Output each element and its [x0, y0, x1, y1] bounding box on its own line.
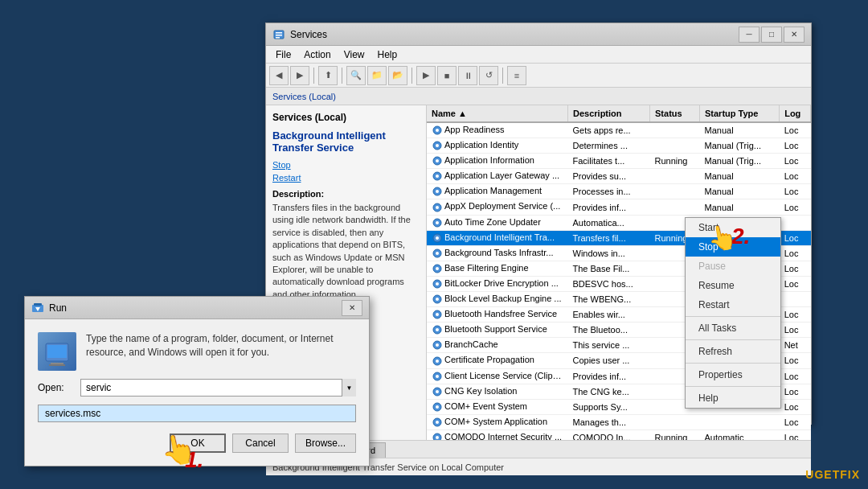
table-row[interactable]: COMODO Internet Security ...COMODO In...…: [427, 429, 811, 440]
col-startup[interactable]: Startup Type: [700, 105, 780, 122]
col-log[interactable]: Log: [780, 105, 811, 122]
table-row[interactable]: COM+ System ApplicationManages th...Loc: [427, 414, 811, 429]
service-desc-cell: Copies user ...: [568, 353, 650, 368]
table-row[interactable]: AppX Deployment Service (...Provides inf…: [427, 199, 811, 215]
svg-point-17: [436, 221, 439, 224]
service-startup-cell: Manual (Trig...: [700, 154, 780, 169]
back-button[interactable]: ◀: [269, 66, 289, 85]
service-desc-cell: Enables wir...: [568, 307, 650, 323]
close-button[interactable]: ✕: [784, 27, 805, 43]
service-desc-cell: The Base Fil...: [568, 261, 650, 276]
run-dropdown-btn[interactable]: ▼: [342, 379, 356, 397]
service-row-icon: [432, 309, 444, 318]
context-menu-item-stop[interactable]: Stop: [686, 237, 780, 257]
folder-button[interactable]: 📁: [367, 66, 387, 85]
properties-button[interactable]: ≡: [507, 66, 526, 85]
pause-service-button[interactable]: ⏸: [458, 66, 477, 85]
service-row-icon: [432, 201, 444, 211]
service-row-icon: [432, 217, 444, 227]
svg-point-9: [436, 159, 439, 162]
service-desc-cell: Supports Sy...: [568, 399, 650, 414]
context-menu-item-refresh[interactable]: Refresh: [686, 342, 780, 361]
service-startup-cell: Manual (Trig...: [700, 138, 780, 154]
stop-service-button[interactable]: ■: [437, 66, 457, 85]
context-menu-item-all-tasks[interactable]: All Tasks: [686, 318, 780, 338]
col-name[interactable]: Name ▲: [427, 105, 568, 122]
service-log-cell: Loc: [780, 184, 811, 199]
restart-service-button[interactable]: ↺: [479, 66, 498, 85]
search-button[interactable]: 🔍: [346, 66, 366, 85]
menu-file[interactable]: File: [269, 47, 297, 62]
service-log-cell: Loc: [780, 138, 811, 154]
service-row-icon: [432, 278, 444, 288]
context-menu-separator: [686, 339, 780, 340]
minimize-button[interactable]: ─: [739, 27, 760, 43]
svg-point-29: [436, 313, 439, 316]
menu-help[interactable]: Help: [371, 47, 404, 62]
service-name-cell: Client License Service (ClipS...: [427, 368, 568, 384]
menu-action[interactable]: Action: [297, 47, 337, 62]
nav-path-item-1[interactable]: Services (Local): [272, 92, 336, 101]
context-menu-item-properties[interactable]: Properties: [686, 365, 780, 384]
svg-rect-1: [276, 32, 282, 34]
svg-point-31: [436, 328, 439, 331]
run-description: Type the name of a program, folder, docu…: [86, 332, 356, 360]
context-menu-item-resume[interactable]: Resume: [686, 276, 780, 295]
service-desc-cell: Gets apps re...: [568, 122, 650, 138]
service-desc-cell: Windows in...: [568, 245, 650, 261]
start-service-button[interactable]: ▶: [416, 66, 436, 85]
svg-point-27: [436, 298, 439, 301]
description-text: Transfers files in the background using …: [272, 202, 420, 301]
context-menu-item-start[interactable]: Start: [686, 218, 780, 237]
service-name-cell: Application Layer Gateway ...: [427, 169, 568, 184]
service-log-cell: Loc: [780, 384, 811, 399]
context-menu-item-help[interactable]: Help: [686, 388, 780, 408]
up-button[interactable]: ⬆: [318, 66, 338, 85]
folders-button[interactable]: 📂: [388, 66, 407, 85]
maximize-button[interactable]: □: [761, 27, 782, 43]
table-row[interactable]: App ReadinessGets apps re...ManualLoc: [427, 122, 811, 138]
run-close-button[interactable]: ✕: [342, 300, 362, 316]
selected-service-name: Background Intelligent Transfer Service: [272, 129, 420, 154]
svg-point-7: [436, 144, 439, 147]
table-row[interactable]: Application Layer Gateway ...Provides su…: [427, 169, 811, 184]
col-description[interactable]: Description: [568, 105, 650, 122]
service-name-cell: Auto Time Zone Updater: [427, 215, 568, 230]
run-ok-button[interactable]: OK: [170, 434, 226, 453]
title-bar: Services ─ □ ✕: [266, 23, 811, 46]
context-menu-item-pause: Pause: [686, 257, 780, 276]
run-browse-button[interactable]: Browse...: [295, 434, 356, 453]
service-startup-cell: Automatic: [700, 429, 780, 440]
run-cancel-button[interactable]: Cancel: [232, 434, 289, 453]
table-row[interactable]: Application IdentityDetermines ...Manual…: [427, 138, 811, 154]
service-name-cell: BitLocker Drive Encryption ...: [427, 276, 568, 291]
table-header-row: Name ▲ Description Status Startup Type L…: [427, 105, 811, 122]
svg-rect-2: [276, 35, 282, 36]
svg-point-11: [436, 175, 439, 178]
table-row[interactable]: Application ManagementProcesses in...Man…: [427, 184, 811, 199]
service-status-cell: [650, 414, 700, 429]
service-name-cell: COM+ Event System: [427, 399, 568, 414]
service-log-cell: Loc: [780, 261, 811, 276]
service-startup-cell: Manual: [700, 199, 780, 215]
service-log-cell: Loc: [780, 230, 811, 245]
service-desc-cell: The WBENG...: [568, 292, 650, 307]
table-row[interactable]: Application InformationFacilitates t...R…: [427, 154, 811, 169]
menu-view[interactable]: View: [338, 47, 371, 62]
run-icon: [31, 302, 44, 314]
service-log-cell: Loc: [780, 399, 811, 414]
services-icon: [272, 28, 285, 41]
context-menu-item-restart[interactable]: Restart: [686, 295, 780, 314]
service-desc-cell: The Bluetoo...: [568, 323, 650, 338]
service-desc-cell: The CNG ke...: [568, 384, 650, 399]
run-input[interactable]: [80, 379, 356, 397]
forward-button[interactable]: ▶: [290, 66, 309, 85]
autocomplete-item[interactable]: services.msc: [39, 405, 355, 421]
service-log-cell: Loc: [780, 154, 811, 169]
col-status[interactable]: Status: [650, 105, 700, 122]
run-top: Type the name of a program, folder, docu…: [38, 332, 356, 371]
service-row-icon: [432, 171, 444, 180]
stop-service-link[interactable]: Stop: [272, 160, 420, 170]
restart-service-link[interactable]: Restart: [272, 173, 420, 183]
toolbar: ◀ ▶ ⬆ 🔍 📁 📂 ▶ ■ ⏸ ↺ ≡: [266, 64, 811, 88]
